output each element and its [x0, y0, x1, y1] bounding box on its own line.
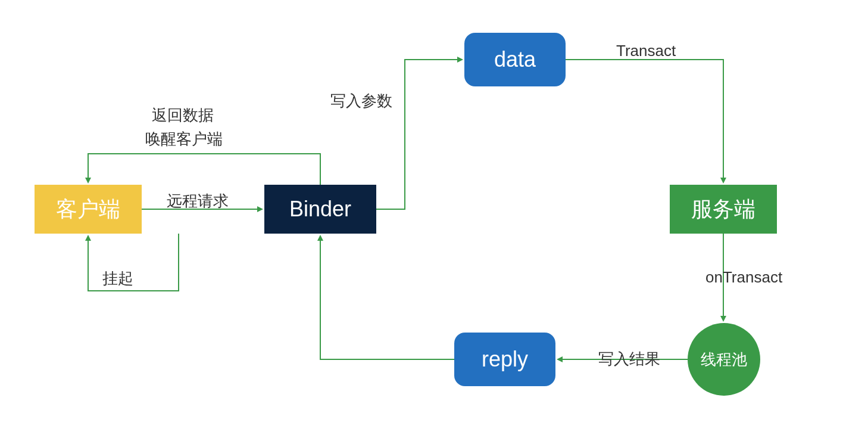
arrow-binder-to-data [376, 60, 462, 209]
node-reply-label: reply [482, 347, 528, 372]
arrow-binder-to-client [88, 154, 320, 185]
label-remote-request: 远程请求 [167, 191, 229, 212]
node-data: data [464, 33, 566, 86]
node-client: 客户端 [35, 185, 142, 234]
label-transact: Transact [616, 42, 676, 60]
node-threadpool-label: 线程池 [701, 349, 747, 370]
node-client-label: 客户端 [56, 195, 120, 224]
label-write-result: 写入结果 [598, 349, 660, 369]
label-on-transact: onTransact [705, 268, 782, 287]
node-threadpool: 线程池 [688, 323, 760, 396]
label-write-param: 写入参数 [330, 91, 392, 111]
arrow-client-suspend-loop [88, 234, 179, 291]
node-data-label: data [494, 47, 536, 72]
label-suspend: 挂起 [102, 268, 133, 289]
arrow-reply-to-binder [320, 236, 454, 359]
node-reply: reply [454, 333, 555, 386]
label-wake-client: 唤醒客户端 [145, 129, 223, 150]
label-return-data: 返回数据 [152, 105, 214, 126]
arrow-data-to-server [566, 60, 723, 182]
node-binder-label: Binder [289, 197, 351, 222]
node-server-label: 服务端 [691, 195, 755, 224]
node-server: 服务端 [670, 185, 777, 234]
node-binder: Binder [264, 185, 376, 234]
